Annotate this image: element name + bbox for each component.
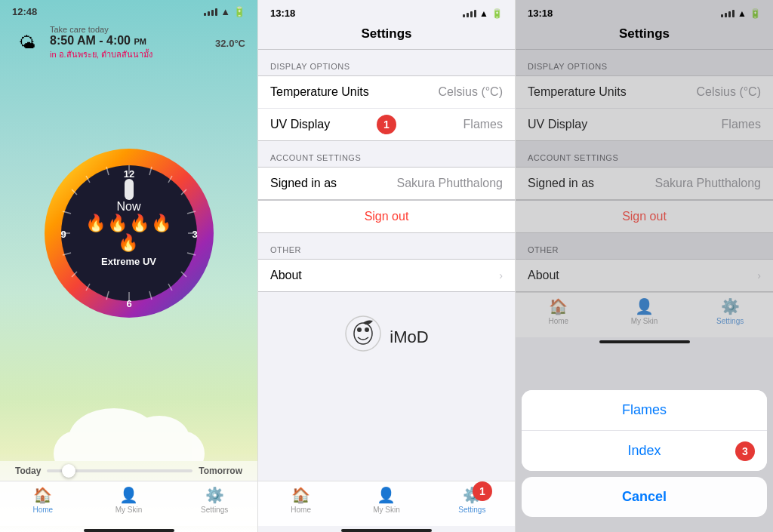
wifi-icon-2: ▲ — [479, 8, 488, 19]
sign-out-text: Sign out — [365, 210, 409, 223]
settings-content-2: DISPLAY OPTIONS Temperature Units Celsiu… — [258, 50, 515, 481]
battery-icon: 🔋 — [233, 6, 245, 17]
temp-units-row[interactable]: Temperature Units Celsius (°C) — [258, 76, 515, 109]
settings-panel-3: 13:18 ▲ 🔋 Settings DISPLAY OPTIONS Tempe… — [515, 0, 773, 532]
today-label: Today — [15, 466, 41, 476]
cloud — [54, 431, 205, 461]
settings-icon-1: ⚙️ — [205, 486, 224, 504]
signal-icon-2 — [463, 10, 476, 17]
slider-track[interactable] — [47, 469, 192, 472]
status-time-2: 13:18 — [270, 8, 295, 19]
logo-text: iMoD — [390, 328, 428, 347]
svg-text:12: 12 — [123, 168, 134, 180]
uv-display-row[interactable]: UV Display 1 Flames — [258, 109, 515, 140]
temp-units-label: Temperature Units — [270, 85, 438, 99]
status-bar-1: 12:48 ▲ 🔋 — [0, 0, 257, 20]
status-icons-2: ▲ 🔋 — [463, 8, 503, 19]
logo-icon — [344, 315, 382, 359]
other-section-header: OTHER — [258, 233, 515, 259]
svg-point-29 — [357, 328, 362, 332]
sign-out-row[interactable]: Sign out — [258, 200, 515, 233]
temperature: 32.0°C — [215, 38, 245, 49]
svg-point-27 — [346, 316, 380, 351]
svg-point-28 — [354, 323, 372, 344]
weather-info: Take care today 8:50 AM - 4:00 PM in อ.ส… — [50, 25, 208, 61]
tab-myskin-label-2: My Skin — [373, 506, 400, 514]
nav-bar-2: Settings — [258, 22, 515, 50]
cancel-text: Cancel — [622, 489, 667, 504]
tab-settings-2[interactable]: ⚙️ Settings 1 — [430, 486, 515, 514]
slider-thumb[interactable] — [62, 464, 75, 478]
account-settings-group: Signed in as Sakura Phutthalong — [258, 167, 515, 200]
about-row[interactable]: About › — [258, 260, 515, 291]
index-option[interactable]: Index 3 — [522, 431, 767, 471]
clock-uv-label: Extreme UV — [84, 256, 174, 267]
settings-title-2: Settings — [361, 26, 411, 41]
svg-text:3: 3 — [192, 229, 197, 240]
day-slider[interactable]: Today Tomorrow — [0, 461, 257, 481]
tomorrow-label: Tomorrow — [199, 466, 242, 476]
flames-option[interactable]: Flames — [522, 390, 767, 431]
settings-panel: 13:18 ▲ 🔋 Settings DISPLAY OPTIONS Tempe… — [257, 0, 515, 532]
display-section-header: DISPLAY OPTIONS — [258, 50, 515, 75]
action-sheet: Flames Index 3 Cancel — [516, 390, 773, 532]
home-icon-1: 🏠 — [33, 486, 52, 504]
weather-header: 🌤 Take care today 8:50 AM - 4:00 PM in อ… — [0, 20, 257, 66]
uv-display-value: Flames — [463, 118, 503, 131]
tab-settings-label-2: Settings — [458, 506, 485, 514]
uv-clock: 12 3 6 9 Now 🔥🔥🔥🔥🔥 Extreme UV — [38, 143, 220, 324]
tab-home-1[interactable]: 🏠 Home — [0, 486, 86, 514]
battery-icon-2: 🔋 — [491, 8, 503, 19]
other-settings-group: About › — [258, 259, 515, 292]
location: in อ.สันพระย, ตำบลสันนามั้ง — [50, 48, 208, 61]
account-section-header: ACCOUNT SETTINGS — [258, 141, 515, 167]
tab-bar-1: 🏠 Home 👤 My Skin ⚙️ Settings — [0, 481, 257, 526]
settings-badge: 1 — [473, 481, 492, 501]
display-settings-group: Temperature Units Celsius (°C) UV Displa… — [258, 75, 515, 141]
flames-option-text: Flames — [622, 402, 667, 417]
tab-settings-1[interactable]: ⚙️ Settings — [171, 486, 257, 514]
signal-icon — [204, 8, 217, 16]
myskin-icon-1: 👤 — [119, 486, 138, 504]
wifi-icon: ▲ — [220, 6, 230, 17]
myskin-icon-2: 👤 — [377, 486, 396, 504]
weather-greeting: Take care today — [50, 25, 208, 34]
signed-in-row: Signed in as Sakura Phutthalong — [258, 168, 515, 199]
uv-display-label: UV Display — [270, 118, 463, 131]
tab-myskin-2[interactable]: 👤 My Skin — [343, 486, 429, 514]
svg-point-30 — [365, 328, 369, 332]
uv-clock-area: 12 3 6 9 Now 🔥🔥🔥🔥🔥 Extreme UV — [0, 66, 257, 401]
home-icon-2: 🏠 — [291, 486, 310, 504]
tab-settings-label-1: Settings — [201, 506, 228, 514]
status-bar-2: 13:18 ▲ 🔋 — [258, 0, 515, 22]
clock-center: Now 🔥🔥🔥🔥🔥 Extreme UV — [84, 200, 174, 267]
tab-bar-2: 🏠 Home 👤 My Skin ⚙️ Settings 1 — [258, 481, 515, 526]
clock-flames-icon: 🔥🔥🔥🔥🔥 — [84, 214, 174, 253]
time-range: 8:50 AM - 4:00 PM — [50, 34, 208, 48]
signed-in-value: Sakura Phutthalong — [396, 177, 503, 190]
tab-myskin-1[interactable]: 👤 My Skin — [86, 486, 172, 514]
index-badge: 3 — [735, 441, 755, 461]
home-indicator-1 — [84, 529, 174, 532]
clock-now-label: Now — [84, 200, 174, 214]
action-sheet-group: Flames Index 3 — [522, 390, 767, 471]
logo-area: iMoD — [258, 292, 515, 374]
uv-display-badge: 1 — [377, 115, 396, 134]
signed-in-label: Signed in as — [270, 177, 396, 190]
weather-icon: 🌤 — [12, 28, 42, 58]
tab-home-label-1: Home — [32, 506, 53, 514]
svg-text:6: 6 — [126, 298, 131, 309]
about-label: About — [270, 269, 494, 282]
cloud-area — [0, 401, 257, 461]
weather-panel: 12:48 ▲ 🔋 🌤 Take care today 8:50 AM - 4:… — [0, 0, 257, 532]
status-icons-1: ▲ 🔋 — [204, 6, 245, 17]
home-indicator-2 — [341, 529, 432, 532]
tab-home-label-2: Home — [291, 506, 311, 514]
svg-text:9: 9 — [60, 229, 66, 240]
index-option-text: Index — [627, 443, 661, 458]
cancel-button[interactable]: Cancel — [522, 477, 767, 517]
tab-home-2[interactable]: 🏠 Home — [258, 486, 343, 514]
svg-rect-26 — [125, 179, 134, 200]
tab-myskin-label-1: My Skin — [115, 506, 143, 514]
about-chevron-icon: › — [499, 269, 503, 281]
